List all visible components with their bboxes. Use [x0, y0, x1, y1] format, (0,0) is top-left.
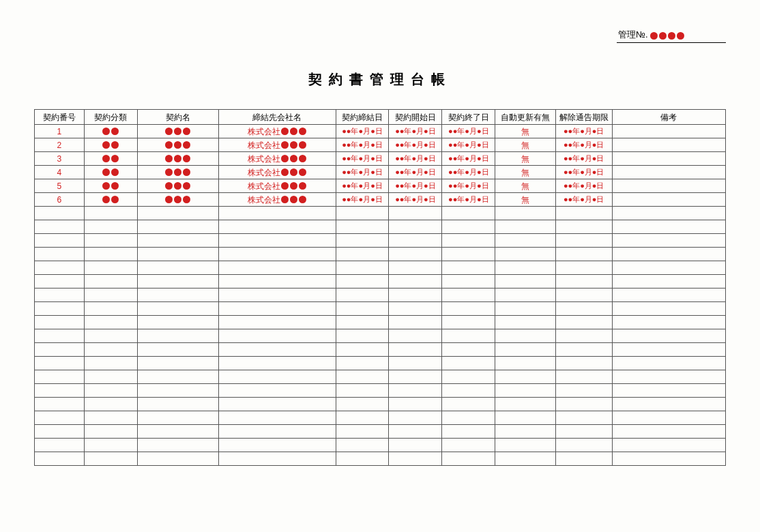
admin-dot-icon: [668, 32, 675, 40]
cell-empty: [35, 248, 85, 261]
cell-empty: [336, 220, 389, 234]
cell-company: 株式会社: [219, 138, 336, 152]
contract-ledger-table: 契約番号契約分類契約名締結先会社名契約締結日契約開始日契約終了日自動更新有無解除…: [34, 109, 726, 466]
cell-empty: [612, 316, 725, 329]
cell-empty: [336, 316, 389, 329]
cell-empty: [612, 452, 725, 466]
table-header-cell: 契約番号: [35, 110, 85, 125]
cell-empty: [137, 220, 218, 234]
cell-auto-renewal: 無: [495, 193, 555, 207]
cell-empty: [336, 329, 389, 343]
cell-empty: [442, 343, 495, 357]
cell-empty: [137, 234, 218, 248]
cell-empty: [219, 411, 336, 425]
cell-empty: [495, 248, 555, 261]
placeholder-dot-icon: [165, 168, 173, 176]
placeholder-dot-icon: [299, 168, 306, 176]
cell-contract-no: 6: [35, 193, 85, 207]
placeholder-dot-icon: [165, 155, 173, 162]
cell-empty: [35, 425, 85, 439]
cell-empty: [612, 207, 725, 220]
cell-empty: [84, 275, 137, 289]
cell-note: [612, 179, 725, 193]
cell-empty: [137, 452, 218, 466]
cell-empty: [219, 248, 336, 261]
cell-empty: [389, 343, 442, 357]
cell-empty: [219, 452, 336, 466]
cell-empty: [389, 302, 442, 316]
cell-empty: [35, 275, 85, 289]
cell-cancel-deadline: ●●年●月●日: [555, 138, 612, 152]
cell-empty: [336, 343, 389, 357]
cell-company: 株式会社: [219, 166, 336, 179]
cell-empty: [137, 207, 218, 220]
cell-empty: [389, 207, 442, 220]
cell-category: [84, 152, 137, 166]
cell-empty: [495, 220, 555, 234]
placeholder-dot-icon: [111, 128, 119, 135]
cell-empty: [389, 411, 442, 425]
placeholder-dot-icon: [299, 128, 306, 135]
cell-empty: [555, 439, 612, 452]
cell-note: [612, 125, 725, 138]
placeholder-dot-icon: [174, 168, 181, 176]
cell-empty: [495, 452, 555, 466]
cell-end-date: ●●年●月●日: [442, 179, 495, 193]
cell-empty: [219, 439, 336, 452]
cell-contract-name: [137, 125, 218, 138]
cell-empty: [84, 357, 137, 370]
cell-empty: [495, 425, 555, 439]
cell-empty: [219, 234, 336, 248]
cell-empty: [84, 302, 137, 316]
table-row-empty: [35, 248, 726, 261]
cell-empty: [84, 207, 137, 220]
cell-empty: [219, 329, 336, 343]
cell-empty: [35, 289, 85, 302]
placeholder-dot-icon: [299, 155, 306, 162]
placeholder-dot-icon: [281, 196, 289, 203]
cell-empty: [495, 439, 555, 452]
table-header-cell: 契約分類: [84, 110, 137, 125]
placeholder-dot-icon: [281, 182, 289, 190]
cell-empty: [442, 384, 495, 398]
cell-cancel-deadline: ●●年●月●日: [555, 179, 612, 193]
cell-empty: [612, 220, 725, 234]
cell-empty: [555, 302, 612, 316]
cell-empty: [612, 425, 725, 439]
placeholder-dot-icon: [183, 128, 190, 135]
cell-empty: [389, 439, 442, 452]
cell-empty: [495, 261, 555, 275]
cell-empty: [555, 343, 612, 357]
cell-empty: [555, 384, 612, 398]
cell-contract-name: [137, 193, 218, 207]
cell-conclusion-date: ●●年●月●日: [336, 152, 389, 166]
cell-empty: [612, 411, 725, 425]
table-row-empty: [35, 220, 726, 234]
table-row-empty: [35, 207, 726, 220]
cell-empty: [612, 275, 725, 289]
cell-contract-name: [137, 152, 218, 166]
cell-conclusion-date: ●●年●月●日: [336, 125, 389, 138]
placeholder-dot-icon: [174, 155, 181, 162]
cell-empty: [219, 398, 336, 411]
cell-contract-no: 3: [35, 152, 85, 166]
cell-empty: [336, 425, 389, 439]
cell-empty: [84, 234, 137, 248]
placeholder-dot-icon: [290, 155, 297, 162]
cell-empty: [442, 370, 495, 384]
cell-empty: [442, 289, 495, 302]
cell-company: 株式会社: [219, 179, 336, 193]
cell-note: [612, 166, 725, 179]
table-row-empty: [35, 384, 726, 398]
cell-empty: [442, 398, 495, 411]
cell-empty: [555, 329, 612, 343]
cell-empty: [219, 384, 336, 398]
placeholder-dot-icon: [111, 155, 119, 162]
placeholder-dot-icon: [290, 141, 297, 149]
cell-empty: [442, 234, 495, 248]
cell-empty: [495, 234, 555, 248]
table-row-empty: [35, 425, 726, 439]
cell-empty: [336, 411, 389, 425]
cell-empty: [84, 452, 137, 466]
cell-start-date: ●●年●月●日: [389, 138, 442, 152]
